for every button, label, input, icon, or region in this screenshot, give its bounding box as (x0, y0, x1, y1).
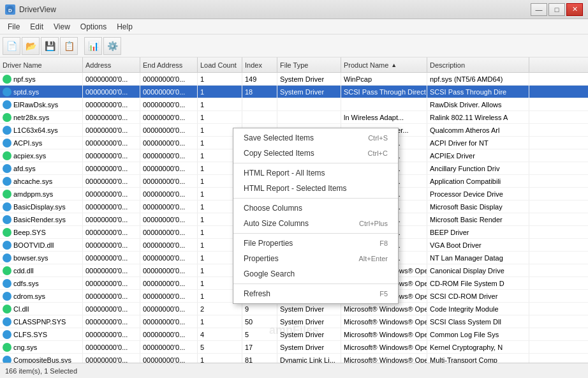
context-menu-item[interactable]: RefreshF5 (233, 286, 398, 301)
menu-item-options[interactable]: Options (75, 20, 112, 33)
row-status-icon (3, 343, 11, 352)
status-bar: 166 item(s), 1 Selected (0, 363, 588, 378)
table-cell: Ancillary Function Driv (427, 162, 529, 174)
context-menu-item[interactable]: HTML Report - All Items (233, 165, 398, 181)
table-cell: 00000000'0... (83, 290, 140, 302)
table-cell: CompositeBus.sys (0, 354, 83, 363)
table-cell: 00000000'0... (83, 73, 140, 85)
toolbar-html-btn[interactable]: 📊 (84, 37, 102, 55)
row-status-icon (3, 330, 11, 339)
menu-item-help[interactable]: Help (112, 20, 138, 33)
table-row[interactable]: ElRawDsk.sys00000000'0...00000000'0...1R… (0, 98, 588, 111)
table-cell: ACPI.sys (0, 137, 83, 149)
table-cell: ahcache.sys (0, 175, 83, 187)
toolbar-new-btn[interactable]: 📄 (3, 37, 20, 55)
table-cell: Cl.dll (0, 303, 83, 315)
context-menu-item[interactable]: Google Search (233, 266, 398, 282)
table-row[interactable]: npf.sys00000000'0...00000000'0...1149Sys… (0, 73, 588, 86)
row-status-icon (3, 164, 11, 173)
toolbar-open-btn[interactable]: 📂 (22, 37, 40, 55)
close-button[interactable]: ✕ (566, 3, 583, 16)
app-icon: D (5, 4, 15, 15)
sort-arrow-icon: ▲ (391, 62, 397, 68)
col-header-description[interactable]: Description (427, 57, 529, 72)
minimize-button[interactable]: — (531, 3, 547, 16)
table-cell: CLASSPNP.SYS (0, 315, 83, 328)
menu-item-view[interactable]: View (48, 20, 75, 33)
table-cell: SCSI Pass Through Direct (341, 86, 427, 98)
table-cell: BOOTVID.dll (0, 239, 83, 251)
context-menu-item[interactable]: Auto Size ColumnsCtrl+Plus (233, 216, 398, 231)
col-header-file-type[interactable]: File Type (277, 57, 341, 72)
col-header-end-address[interactable]: End Address (140, 57, 198, 72)
table-cell (242, 111, 277, 123)
table-cell: Microsoft® Windows® Oper... (341, 303, 427, 315)
table-cell: 00000000'0... (140, 200, 198, 213)
col-header-index[interactable]: Index (242, 57, 277, 72)
table-row[interactable]: netr28x.sys00000000'0...00000000'0...1ln… (0, 111, 588, 124)
toolbar-save-btn[interactable]: 💾 (41, 37, 59, 55)
context-menu-item[interactable]: Save Selected ItemsCtrl+S (233, 130, 398, 146)
context-menu-separator (233, 163, 398, 163)
table-cell: Kernel Cryptography, N (427, 341, 529, 353)
toolbar-copy-btn[interactable]: 📋 (60, 37, 78, 55)
table-cell: netr28x.sys (0, 111, 83, 123)
table-cell (341, 98, 427, 110)
table-row[interactable]: CLASSPNP.SYS00000000'0...00000000'0...15… (0, 315, 588, 328)
col-header-load-count[interactable]: Load Count (198, 57, 242, 72)
col-header-address[interactable]: Address (83, 57, 140, 72)
context-menu-item[interactable]: PropertiesAlt+Enter (233, 251, 398, 266)
table-cell: 00000000'0... (83, 137, 140, 149)
table-row[interactable]: sptd.sys00000000'0...00000000'0...118Sys… (0, 86, 588, 98)
context-menu-item[interactable]: Choose Columns (233, 200, 398, 216)
table-row[interactable]: Cl.dll00000000'0...00000000'0...29System… (0, 303, 588, 315)
table-cell: ACPI Driver for NT (427, 137, 529, 149)
table-cell: Ralink 802.11 Wireless A (427, 111, 529, 123)
table-cell: 9 (242, 303, 277, 315)
title-bar-left: D DriverView (5, 4, 56, 15)
table-cell: 00000000'0... (83, 111, 140, 123)
table-cell: ElRawDsk.sys (0, 98, 83, 110)
table-cell: 00000000'0... (140, 239, 198, 251)
col-header-product-name[interactable]: Product Name ▲ (341, 57, 427, 72)
row-status-icon (3, 241, 11, 250)
table-cell: 00000000'0... (83, 264, 140, 276)
row-status-icon (3, 202, 11, 211)
context-menu-item[interactable]: HTML Report - Selected Items (233, 181, 398, 196)
table-cell: 00000000'0... (83, 213, 140, 225)
table-cell: Microsoft Basic Display (427, 200, 529, 213)
table-cell: cdd.dll (0, 264, 83, 276)
context-menu-item[interactable]: File PropertiesF8 (233, 236, 398, 251)
table-cell: RawDisk Driver. Allows (427, 98, 529, 110)
row-status-icon (3, 190, 11, 199)
row-status-icon (3, 139, 11, 147)
table-cell: VGA Boot Driver (427, 239, 529, 251)
context-menu-item[interactable]: Copy Selected ItemsCtrl+C (233, 146, 398, 161)
table-cell: 00000000'0... (140, 341, 198, 353)
table-cell: 00000000'0... (83, 277, 140, 289)
menu-item-edit[interactable]: Edit (25, 20, 48, 33)
table-cell: 1 (198, 86, 242, 98)
table-cell (277, 111, 341, 123)
table-cell: 00000000'0... (140, 315, 198, 328)
table-cell: 1 (198, 98, 242, 110)
row-status-icon (3, 215, 11, 224)
table-row[interactable]: CompositeBus.sys00000000'0...00000000'0.… (0, 354, 588, 363)
toolbar-props-btn[interactable]: ⚙️ (103, 37, 121, 55)
menu-item-file[interactable]: File (3, 20, 25, 33)
table-cell: Qualcomm Atheros Arl (427, 124, 529, 136)
col-header-driver-name[interactable]: Driver Name (0, 57, 83, 72)
table-cell: 00000000'0... (140, 328, 198, 340)
table-cell: 149 (242, 73, 277, 85)
table-row[interactable]: cng.sys00000000'0...00000000'0...517Syst… (0, 341, 588, 354)
maximize-button[interactable]: □ (548, 3, 565, 16)
table-row[interactable]: CLFS.SYS00000000'0...00000000'0...45Syst… (0, 328, 588, 341)
table-cell: 5 (198, 341, 242, 353)
table-cell: CD-ROM File System D (427, 277, 529, 289)
row-status-icon (3, 151, 11, 160)
table-cell: npf.sys (NT5/6 AMD64) (427, 73, 529, 85)
table-cell: 5 (242, 328, 277, 340)
table-cell: afd.sys (0, 162, 83, 174)
table-cell: 00000000'0... (83, 315, 140, 328)
table-cell: ACPIEx Driver (427, 149, 529, 162)
